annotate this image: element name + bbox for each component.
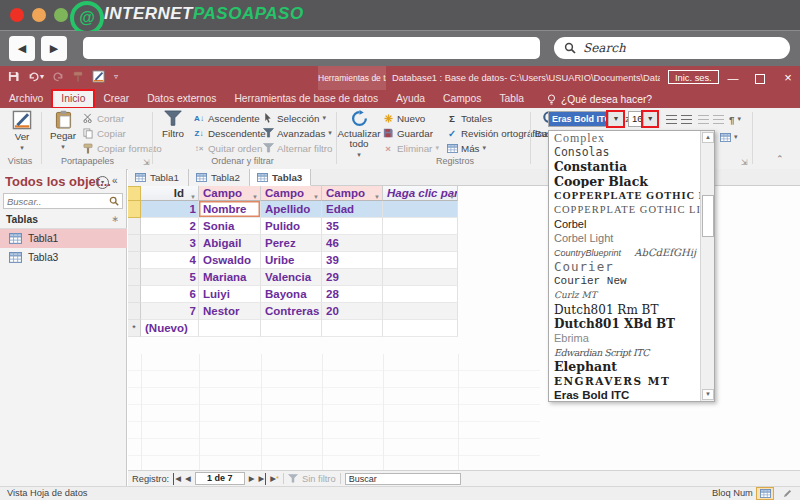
sort-arrow-icon[interactable]: ▼ (313, 190, 319, 201)
save-record-button[interactable]: Guardar (382, 126, 433, 140)
address-bar[interactable] (83, 37, 540, 59)
restore-button[interactable] (749, 66, 771, 90)
table-row[interactable]: 5 Mariana Valencia 29 (128, 269, 458, 286)
column-header[interactable]: Campo▼ (199, 186, 261, 201)
dialog-launcher-icon[interactable]: ⇲ (741, 158, 748, 167)
datasheet-view-icon[interactable] (92, 70, 105, 83)
cell-campo1[interactable]: Mariana (199, 269, 261, 286)
record-selector[interactable] (128, 235, 141, 252)
datasheet-view-toggle[interactable] (756, 487, 774, 500)
cell-campo1[interactable] (199, 320, 261, 337)
table-row[interactable]: 4 Oswaldo Uribe 39 (128, 252, 458, 269)
browser-search-box[interactable] (554, 37, 790, 59)
previous-record-icon[interactable]: ◀ (185, 473, 191, 485)
cell-id[interactable]: 1 (141, 201, 199, 218)
shutter-bar-icon[interactable]: « (112, 175, 118, 186)
nav-pane-search-input[interactable] (4, 195, 109, 208)
select-all-cell[interactable] (128, 186, 141, 201)
scrollbar-thumb[interactable] (702, 195, 714, 237)
cut-button[interactable]: Cortar (82, 111, 124, 125)
cell-add[interactable] (383, 286, 458, 303)
toggle-filter-button[interactable]: Alternar filtro (262, 141, 333, 155)
record-search-box[interactable] (345, 473, 461, 485)
save-icon[interactable] (8, 71, 19, 82)
design-view-toggle[interactable] (778, 487, 796, 500)
cell-campo1[interactable]: Luiyi (199, 286, 261, 303)
copy-button[interactable]: Copiar (82, 126, 126, 140)
sort-arrow-icon[interactable]: ▼ (449, 190, 455, 201)
refresh-all-button[interactable]: Actualizar todo▾ (339, 110, 379, 159)
cell-add[interactable] (383, 218, 458, 235)
forward-button[interactable]: ▶ (41, 36, 67, 61)
dropdown-scrollbar[interactable]: ▲ ▼ (700, 131, 714, 401)
cell-campo1[interactable]: Sonia (199, 218, 261, 235)
cell-campo2[interactable]: Bayona (261, 286, 322, 303)
bullets-button[interactable] (666, 112, 677, 126)
font-list-item[interactable]: Eras Bold ITC (549, 388, 701, 401)
cell-campo2[interactable]: Perez (261, 235, 322, 252)
cell-add[interactable] (383, 303, 458, 320)
totals-button[interactable]: ΣTotales (446, 111, 492, 125)
ribbon-tab[interactable]: Campos (434, 90, 490, 108)
record-search-input[interactable] (346, 474, 460, 484)
font-list-item[interactable]: Copperplate Gothic Bold (549, 188, 701, 202)
next-record-icon[interactable]: ▶ (249, 473, 255, 485)
filter-status-label[interactable]: Sin filtro (302, 474, 336, 484)
new-record-row[interactable]: * (Nuevo) (128, 320, 458, 337)
font-list-item[interactable]: Dutch801 XBd BT (549, 317, 701, 331)
sort-ascending-button[interactable]: A↓Ascendente (193, 111, 260, 125)
collapse-ribbon-icon[interactable]: ⌃ (776, 154, 784, 164)
font-list-item[interactable]: Elephant (549, 360, 701, 374)
filter-button[interactable]: Filtro (155, 110, 191, 139)
ribbon-tab[interactable]: Archivo (0, 90, 52, 108)
font-list-item[interactable]: Consolas (549, 145, 701, 159)
font-list-item[interactable]: Courier New (549, 274, 701, 288)
numbering-button[interactable] (681, 112, 692, 126)
cell-campo2[interactable]: Contreras (261, 303, 322, 320)
dialog-launcher-icon[interactable]: ⇲ (143, 158, 150, 167)
font-list-item[interactable]: Cooper Black (549, 174, 701, 188)
table-row[interactable]: 7 Nestor Contreras 20 (128, 303, 458, 320)
zoom-traffic-light[interactable] (54, 8, 68, 22)
sort-arrow-icon[interactable]: ▼ (374, 190, 380, 201)
document-tab[interactable]: Tabla2 (189, 169, 250, 186)
minimize-traffic-light[interactable] (32, 8, 46, 22)
nav-pane-menu-icon[interactable]: ▾ (96, 176, 109, 189)
nav-group-header[interactable]: Tablas ∗ (0, 212, 127, 229)
delete-record-button[interactable]: ×Eliminar▾ (382, 141, 439, 155)
ribbon-tab[interactable]: Ayuda (387, 90, 434, 108)
font-list-item[interactable]: Dutch801 Rm BT (549, 303, 701, 317)
cell-campo1[interactable]: Nestor (199, 303, 261, 320)
column-header[interactable]: Haga clic para▼ (383, 186, 458, 201)
ribbon-tab[interactable]: Inicio (52, 90, 94, 108)
cell-id[interactable]: 2 (141, 218, 199, 235)
nav-pane-search[interactable] (3, 193, 123, 209)
close-button[interactable]: × (777, 66, 799, 90)
remove-sort-button[interactable]: ↕×Quitar orden (193, 141, 262, 155)
cell-id[interactable]: 4 (141, 252, 199, 269)
nav-pane-table-item[interactable]: Tabla3 (0, 248, 127, 267)
font-list-item[interactable]: Constantia (549, 160, 701, 174)
record-selector[interactable] (128, 201, 141, 218)
font-size-dropdown-arrow[interactable]: ▼ (643, 112, 657, 126)
font-list-item[interactable]: Corbel (549, 217, 701, 231)
font-name-combo[interactable]: Eras Bold ITC ▼ (548, 111, 624, 127)
cell-campo2[interactable]: Apellido (261, 201, 322, 218)
column-header[interactable]: Id▼ (141, 186, 199, 201)
cell-campo3[interactable]: 35 (322, 218, 383, 235)
scroll-down-icon[interactable]: ▼ (702, 389, 714, 400)
format-painter-button[interactable]: Copiar formato (82, 141, 162, 155)
ribbon-tab[interactable]: Herramientas de base de datos (225, 90, 387, 108)
font-list-item[interactable]: Curlz MT (549, 288, 701, 302)
new-record-selector[interactable]: * (128, 320, 141, 337)
sort-arrow-icon[interactable]: ▼ (190, 190, 196, 201)
nav-group-toggle-icon[interactable]: ∗ (111, 214, 119, 224)
record-selector[interactable] (128, 303, 141, 320)
cell-id[interactable]: 7 (141, 303, 199, 320)
font-list-item[interactable]: Corbel Light (549, 231, 701, 245)
cell-campo3[interactable]: 20 (322, 303, 383, 320)
cell-campo3[interactable]: Edad (322, 201, 383, 218)
record-selector[interactable] (128, 218, 141, 235)
paste-button[interactable]: Pegar▾ (45, 110, 81, 151)
view-button[interactable]: Ver▾ (4, 110, 40, 152)
